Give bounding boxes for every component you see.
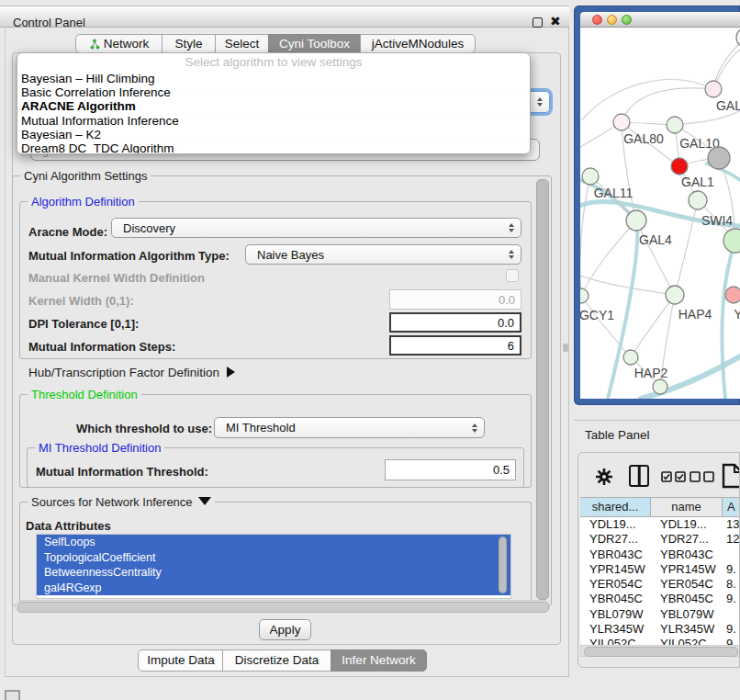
- table-cell: YDL19...: [651, 517, 723, 532]
- mi-steps-field[interactable]: [389, 335, 521, 356]
- tab-cyni-toolbox[interactable]: Cyni Toolbox: [268, 34, 361, 53]
- table-panel-box: shared... name A YDL19...YDL19...13YDR27…: [577, 452, 740, 668]
- algorithm-option[interactable]: Mutual Information Inference: [17, 114, 530, 128]
- network-node[interactable]: [723, 229, 740, 253]
- sources-group-title[interactable]: Sources for Network Inference: [28, 495, 215, 509]
- table-row[interactable]: YBL079WYBL079W: [580, 607, 740, 622]
- network-window-titlebar[interactable]: [580, 12, 740, 28]
- checked-boxes-icon[interactable]: [661, 471, 687, 482]
- table-row[interactable]: YBR045CYBR045C9.: [580, 592, 740, 606]
- gear-icon[interactable]: [595, 468, 613, 486]
- column-header-third[interactable]: A: [723, 497, 740, 517]
- unchecked-boxes-icon[interactable]: [690, 471, 715, 482]
- tab-impute-data[interactable]: Impute Data: [138, 649, 224, 672]
- tab-network[interactable]: Network: [75, 34, 163, 53]
- table-row[interactable]: YER054CYER054C8.: [580, 577, 740, 592]
- attributes-list-scrollbar[interactable]: [499, 536, 507, 593]
- algorithm-option[interactable]: ARACNE Algorithm: [17, 99, 530, 113]
- kernel-width-field[interactable]: [389, 289, 521, 310]
- tab-discretize-data[interactable]: Discretize Data: [222, 649, 331, 672]
- algorithm-option[interactable]: Bayesian – K2: [17, 128, 530, 141]
- table-cell: YPR145W: [580, 562, 651, 577]
- network-edge[interactable]: [622, 88, 713, 122]
- data-attribute-item[interactable]: TopologicalCoefficient: [37, 550, 510, 566]
- node-label: HAP4: [678, 307, 712, 322]
- settings-horizontal-scrollbar-thumb[interactable]: [17, 602, 549, 613]
- stepper-arrows-icon: [509, 250, 514, 259]
- network-node[interactable]: [626, 210, 646, 231]
- table-cell: YDL19...: [580, 517, 651, 532]
- control-panel-titlebar[interactable]: Control Panel ✖: [0, 6, 569, 28]
- close-traffic-light-icon[interactable]: [592, 15, 602, 25]
- document-icon[interactable]: [722, 463, 740, 489]
- table-cell: YLR345W: [651, 622, 723, 637]
- panel-resize-handle[interactable]: [563, 344, 568, 352]
- node-label: GAL: [716, 98, 740, 113]
- algorithm-option[interactable]: Dream8 DC_TDC Algorithm: [17, 141, 530, 154]
- network-edge[interactable]: [580, 276, 675, 295]
- table-horizontal-scrollbar-track[interactable]: [580, 645, 740, 657]
- network-edge[interactable]: [581, 220, 636, 296]
- node-label: GCY1: [580, 308, 614, 322]
- tab-jactivemnodules[interactable]: jActiveMNodules: [360, 34, 476, 53]
- network-node[interactable]: [623, 350, 638, 365]
- tab-select[interactable]: Select: [215, 34, 269, 53]
- network-node[interactable]: [725, 287, 740, 303]
- table-row[interactable]: YBR043CYBR043C: [580, 548, 740, 562]
- network-node[interactable]: [582, 168, 599, 185]
- close-icon[interactable]: ✖: [550, 14, 561, 28]
- table-cell: [723, 548, 740, 562]
- algorithm-option[interactable]: Basic Correlation Inference: [17, 85, 530, 99]
- table-row[interactable]: YIL052CYIL052C9: [580, 637, 740, 645]
- settings-vertical-scrollbar[interactable]: [536, 179, 549, 600]
- network-node[interactable]: [667, 117, 683, 133]
- chevron-right-icon: [227, 367, 235, 378]
- manual-kernel-checkbox[interactable]: [506, 269, 519, 282]
- network-node[interactable]: [580, 288, 589, 303]
- dpi-tolerance-field[interactable]: [389, 312, 521, 333]
- data-attributes-list[interactable]: SelfLoopsTopologicalCoefficientBetweenne…: [36, 534, 511, 599]
- network-node[interactable]: [708, 147, 730, 169]
- network-node[interactable]: [666, 286, 684, 304]
- stepper-arrows-icon: [472, 423, 477, 433]
- network-edge[interactable]: [582, 80, 713, 119]
- data-attribute-item[interactable]: SelfLoops: [37, 535, 510, 550]
- mi-algorithm-type-select[interactable]: Naive Bayes: [245, 244, 521, 265]
- manual-kernel-label: Manual Kernel Width Definition: [28, 271, 205, 285]
- network-node[interactable]: [689, 191, 707, 209]
- table-row[interactable]: YPR145WYPR145W9.: [580, 562, 740, 577]
- mi-threshold-field[interactable]: [385, 459, 516, 480]
- network-node[interactable]: [653, 379, 667, 394]
- table-cell: YLR345W: [580, 622, 651, 637]
- collapsed-panel-icon[interactable]: [5, 690, 20, 700]
- network-edge[interactable]: [631, 295, 675, 357]
- split-columns-icon[interactable]: [629, 465, 649, 487]
- network-view-canvas[interactable]: GALGAL80GAL10GAL1GAL11SWI4GAL4GCY1HAP4YH…: [580, 28, 740, 399]
- table-horizontal-scrollbar-thumb[interactable]: [584, 647, 738, 657]
- aracne-mode-label: Aracne Mode:: [28, 225, 107, 239]
- network-node[interactable]: [705, 81, 722, 97]
- settings-horizontal-scrollbar-track[interactable]: [15, 600, 550, 613]
- which-threshold-select[interactable]: MI Threshold: [214, 417, 485, 438]
- aracne-mode-select[interactable]: Discovery: [111, 218, 521, 238]
- data-attribute-item[interactable]: BetweennessCentrality: [37, 565, 510, 581]
- table-panel-title: Table Panel: [585, 428, 650, 442]
- table-row[interactable]: YLR345WYLR345W9.: [580, 622, 740, 637]
- column-header-shared[interactable]: shared...: [580, 497, 651, 517]
- float-window-icon[interactable]: [533, 17, 543, 28]
- chevron-down-icon: [198, 497, 211, 505]
- network-node[interactable]: [613, 114, 630, 130]
- minimize-traffic-light-icon[interactable]: [607, 15, 617, 25]
- zoom-traffic-light-icon[interactable]: [622, 15, 632, 25]
- network-node[interactable]: [671, 158, 688, 175]
- tab-impute-data-label: Impute Data: [147, 653, 215, 667]
- data-attribute-item[interactable]: gal4RGexp: [37, 581, 510, 596]
- table-row[interactable]: YDL19...YDL19...13: [580, 517, 740, 532]
- hub-definition-toggle[interactable]: Hub/Transcription Factor Definition: [28, 366, 235, 379]
- table-row[interactable]: YDR27...YDR27...12: [580, 532, 740, 547]
- algorithm-option[interactable]: Bayesian – Hill Climbing: [17, 72, 530, 85]
- column-header-name[interactable]: name: [651, 497, 723, 517]
- apply-button[interactable]: Apply: [259, 619, 311, 640]
- tab-infer-network[interactable]: Infer Network: [331, 649, 427, 672]
- tab-style[interactable]: Style: [162, 34, 216, 53]
